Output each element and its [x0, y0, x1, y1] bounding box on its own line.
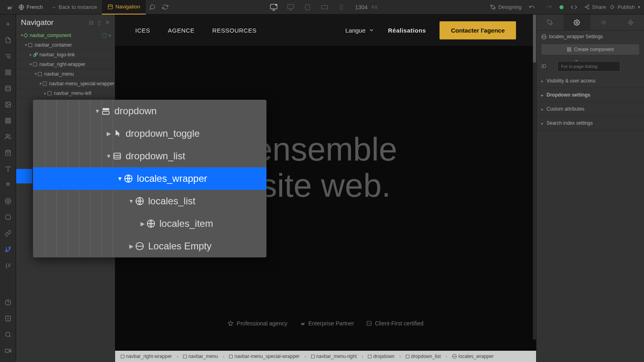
site-nav-right: Langue Réalisations Contacter l'agence: [345, 21, 516, 39]
tree-node[interactable]: ▸ 🔗 navbar_logo-link: [16, 50, 115, 60]
tree-node-locales-empty[interactable]: ▶ Locales Empty: [33, 235, 266, 257]
pin-icon[interactable]: ▯: [98, 19, 101, 26]
cta-button[interactable]: Contacter l'agence: [440, 21, 516, 39]
tree-node-dropdown-toggle[interactable]: ▶ dropdown_toggle: [33, 122, 266, 145]
div-icon: [33, 62, 37, 66]
tree-node-dropdown[interactable]: ▼ dropdown: [33, 100, 266, 122]
cms-icon[interactable]: [0, 113, 16, 129]
users-icon[interactable]: [0, 129, 16, 145]
refresh-icon[interactable]: [159, 1, 171, 14]
breadcrumb-item[interactable]: dropdown_list: [403, 353, 443, 360]
code-icon[interactable]: [568, 1, 580, 14]
svg-rect-50: [114, 153, 121, 159]
tree-node[interactable]: ▾ navbar_container: [16, 40, 115, 50]
canvas-width-value[interactable]: 1304: [355, 4, 367, 10]
ecommerce-icon[interactable]: [0, 145, 16, 161]
close-panel-icon[interactable]: ✕: [105, 19, 110, 26]
breadcrumb-item[interactable]: navbar-menu_special-wrapper: [227, 353, 302, 360]
breadcrumb-item[interactable]: dropdown: [365, 353, 397, 360]
style-tab[interactable]: [537, 14, 564, 30]
status-indicator-icon: [559, 5, 564, 9]
add-element-icon[interactable]: [0, 16, 16, 32]
publish-button[interactable]: Publish ▼: [610, 4, 641, 10]
svg-point-9: [585, 6, 586, 8]
phone-landscape-breakpoint-icon[interactable]: [317, 0, 332, 14]
svg-point-24: [7, 103, 8, 104]
svg-line-36: [9, 336, 10, 337]
link-icon[interactable]: [0, 225, 16, 241]
nav-item[interactable]: RESSOURCES: [212, 27, 256, 34]
style-manager-tab[interactable]: [590, 14, 617, 30]
undo-icon[interactable]: [526, 1, 539, 14]
dropdown-icon: [101, 107, 110, 115]
tree-node[interactable]: ▾ navbar_menu: [16, 69, 115, 79]
assets-icon[interactable]: [0, 97, 16, 113]
nav-item[interactable]: AGENCE: [168, 27, 194, 34]
canvas-scrollbar[interactable]: [533, 14, 536, 339]
globe-icon: [135, 197, 144, 206]
tree-node-locales-item[interactable]: ▶ locales_item: [33, 212, 266, 235]
tree-node[interactable]: ▸ navbar_menu-left: [16, 88, 115, 98]
finsweet-icon[interactable]: {F: [0, 257, 16, 274]
breadcrumb-item[interactable]: navbar_menu-right: [309, 353, 359, 360]
pages-icon[interactable]: [0, 32, 16, 48]
breadcrumb-item[interactable]: navbar_menu: [181, 353, 220, 360]
create-component-button[interactable]: Create component: [541, 44, 639, 55]
breadcrumb-item[interactable]: navbar_right-wrapper: [118, 353, 174, 360]
langue-label: Langue: [345, 27, 365, 34]
tree-node[interactable]: ▾ navbar_right-wrapper: [16, 60, 115, 69]
settings-tab[interactable]: [564, 14, 590, 30]
redo-icon[interactable]: [543, 1, 555, 14]
box-icon[interactable]: [0, 209, 16, 225]
help-icon[interactable]: [0, 294, 16, 311]
nav-item[interactable]: ICES: [135, 27, 150, 34]
designing-mode-toggle[interactable]: Designing: [490, 4, 522, 10]
dropdown-settings-section[interactable]: ▸ Dropdown settings: [537, 88, 644, 102]
navigator-icon[interactable]: [0, 48, 16, 64]
apps-icon[interactable]: [0, 177, 16, 193]
svg-rect-44: [568, 48, 569, 49]
breakpoint-controls: 1304 PX: [266, 0, 378, 14]
navigation-tab[interactable]: Navigation: [102, 0, 146, 14]
component-add-icon[interactable]: +: [108, 32, 111, 39]
realisations-link[interactable]: Réalisations: [388, 27, 426, 34]
logic-icon[interactable]: [0, 161, 16, 177]
laptop-breakpoint-icon[interactable]: [283, 0, 298, 14]
back-to-instance-link[interactable]: ← Back to instance: [47, 0, 101, 14]
webflow-logo-icon[interactable]: [3, 2, 14, 13]
div-icon: [406, 355, 409, 358]
tree-node-component[interactable]: ▾ navbar_component +: [16, 31, 115, 40]
right-panel-tabs: [537, 14, 644, 31]
variables-icon[interactable]: [0, 80, 16, 97]
tree-node-locales-list[interactable]: ▼ locales_list: [33, 190, 266, 212]
settings-icon[interactable]: [0, 193, 16, 209]
selection-edge: [16, 169, 32, 183]
phone-breakpoint-icon[interactable]: [334, 0, 349, 14]
tree-node[interactable]: ▾ navbar-menu_special-wrapper: [16, 79, 115, 88]
id-label: ID: [541, 64, 553, 69]
tree-node-locales-wrapper[interactable]: ▼ locales_wrapper: [33, 167, 266, 190]
search-index-section[interactable]: ▸ Search index settings: [537, 116, 644, 130]
components-icon[interactable]: [0, 64, 16, 80]
tablet-breakpoint-icon[interactable]: [300, 0, 315, 14]
branch-icon[interactable]: [0, 241, 16, 257]
tree-node-dropdown-list[interactable]: ▼ dropdown_list: [33, 145, 266, 167]
custom-attributes-section[interactable]: ▸ Custom attributes: [537, 102, 644, 116]
language-selector[interactable]: French: [14, 4, 47, 10]
comment-icon[interactable]: [146, 1, 159, 14]
audit-icon[interactable]: [0, 311, 16, 327]
share-button[interactable]: Share: [584, 4, 606, 10]
search-icon[interactable]: [0, 327, 16, 343]
breadcrumb-item[interactable]: locales_wrapper: [450, 353, 496, 360]
video-icon[interactable]: [0, 343, 16, 359]
visibility-section[interactable]: ▸ Visibility & user access: [537, 74, 644, 88]
svg-rect-4: [288, 4, 294, 9]
component-edit-icon[interactable]: [102, 33, 107, 38]
interactions-tab[interactable]: [617, 14, 644, 30]
svg-rect-18: [6, 70, 8, 72]
svg-point-41: [576, 22, 578, 23]
desktop-breakpoint-icon[interactable]: [266, 0, 281, 14]
language-dropdown[interactable]: Langue: [345, 27, 374, 34]
id-input[interactable]: [557, 61, 620, 72]
collapse-icon[interactable]: ⊟: [89, 19, 94, 26]
